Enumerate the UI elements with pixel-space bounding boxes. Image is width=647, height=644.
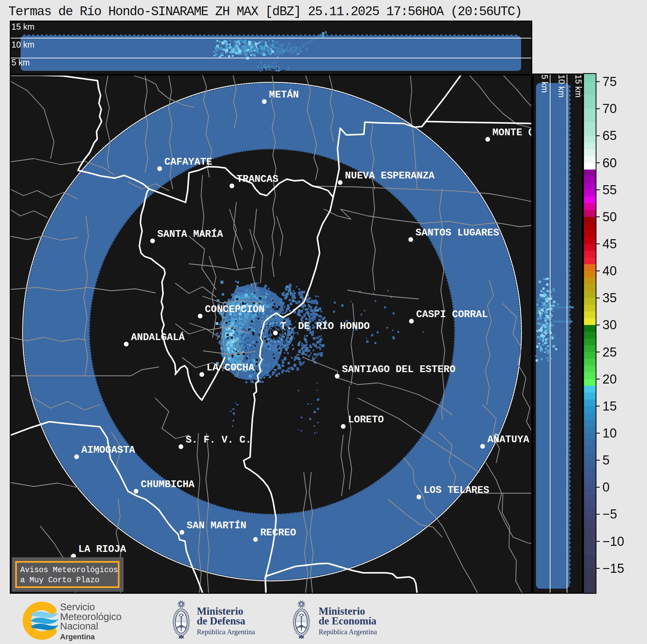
svg-text:SANTA MARÍA: SANTA MARÍA [157, 228, 223, 240]
svg-text:−5: −5 [602, 507, 617, 521]
svg-text:35: 35 [602, 291, 617, 305]
svg-text:70: 70 [602, 102, 617, 116]
svg-text:15 km: 15 km [11, 22, 34, 31]
svg-text:45: 45 [602, 237, 617, 251]
svg-text:75: 75 [602, 75, 617, 89]
svg-text:ANDALGALÁ: ANDALGALÁ [131, 332, 185, 343]
svg-text:LA COCHA: LA COCHA [207, 362, 254, 373]
svg-text:RECREO: RECREO [260, 527, 296, 538]
svg-text:METÁN: METÁN [269, 89, 299, 101]
svg-text:−15: −15 [602, 561, 624, 576]
svg-text:CHUMBICHA: CHUMBICHA [141, 479, 195, 490]
svg-text:65: 65 [602, 129, 617, 143]
svg-text:60: 60 [602, 156, 617, 170]
svg-text:5 km: 5 km [11, 58, 30, 67]
svg-text:AÑATUYA: AÑATUYA [487, 434, 529, 445]
svg-text:10: 10 [602, 426, 617, 440]
svg-text:MONTE QUEMADO: MONTE QUEMADO [492, 127, 532, 138]
svg-text:S. F. V. C.: S. F. V. C. [186, 434, 251, 446]
svg-text:SANTIAGO DEL ESTERO: SANTIAGO DEL ESTERO [342, 364, 455, 375]
svg-text:0: 0 [602, 480, 610, 494]
svg-text:−10: −10 [602, 534, 624, 549]
svg-text:CAFAYATE: CAFAYATE [164, 156, 212, 168]
svg-text:LORETO: LORETO [348, 414, 384, 425]
svg-text:55: 55 [602, 183, 617, 197]
svg-text:LA RIOJA: LA RIOJA [78, 543, 126, 555]
svg-text:CONCEPCIÓN: CONCEPCIÓN [205, 304, 265, 315]
svg-text:TRANCAS: TRANCAS [237, 173, 278, 185]
svg-text:SANTOS LUGARES: SANTOS LUGARES [415, 227, 499, 239]
svg-text:25: 25 [602, 345, 617, 359]
svg-text:CASPI CORRAL: CASPI CORRAL [416, 309, 488, 320]
svg-text:AIMOGASTA: AIMOGASTA [81, 444, 135, 456]
svg-text:LOS TELARES: LOS TELARES [424, 484, 489, 496]
svg-text:50: 50 [602, 210, 617, 224]
svg-text:15: 15 [602, 399, 617, 413]
svg-text:30: 30 [602, 318, 617, 332]
svg-text:T. DE RÍO HONDO: T. DE RÍO HONDO [280, 320, 370, 332]
svg-text:5 km: 5 km [540, 75, 549, 93]
svg-text:40: 40 [602, 264, 617, 278]
svg-text:20: 20 [602, 372, 617, 386]
svg-text:NUEVA ESPERANZA: NUEVA ESPERANZA [345, 170, 435, 181]
svg-text:5: 5 [602, 453, 610, 467]
svg-text:10 km: 10 km [11, 40, 34, 49]
svg-text:10 km: 10 km [557, 75, 566, 97]
svg-text:SAN MARTÍN: SAN MARTÍN [187, 520, 246, 531]
